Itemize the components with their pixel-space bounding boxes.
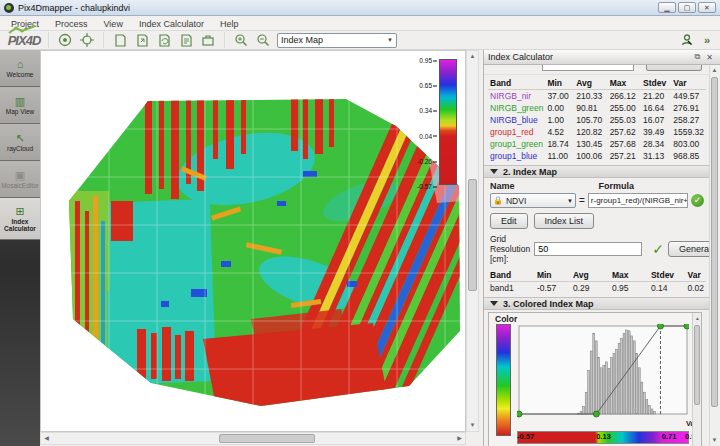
index-name-dropdown[interactable]: 🔒 NDVI ▼: [490, 193, 576, 208]
maximize-button[interactable]: ▢: [678, 2, 696, 13]
band-stat-value: 37.00: [545, 90, 574, 103]
color-gradient-bar: [496, 324, 511, 436]
formula-valid-icon: ✓: [691, 194, 704, 207]
clipped-input[interactable]: [542, 65, 634, 71]
legend-tick-label: -0.57: [417, 183, 437, 190]
section-index-map-title: 2. Index Map: [503, 167, 557, 177]
raycloud-icon: ↖: [15, 133, 24, 144]
report-icon[interactable]: [178, 32, 194, 48]
column-header-stdev: Stdev: [641, 77, 671, 90]
reprocess-icon[interactable]: [156, 32, 172, 48]
column-header-max: Max: [608, 77, 641, 90]
band-name: NIRGB_green: [488, 102, 545, 114]
vertical-scroll-thumb[interactable]: [468, 179, 477, 291]
table-row[interactable]: NIRGB_blue1.00105.70255.0316.07258.27: [488, 114, 706, 126]
band-name: NIRGB_blue: [488, 114, 545, 126]
column-header-max: Max: [610, 269, 649, 282]
scroll-up-icon[interactable]: ▲: [709, 65, 720, 76]
menu-item-view[interactable]: View: [97, 18, 130, 30]
grid-resolution-input[interactable]: [534, 242, 642, 256]
close-button[interactable]: ✕: [698, 2, 716, 13]
sidebar-item-welcome[interactable]: ⌂Welcome: [0, 50, 40, 87]
zoom-out-icon[interactable]: [255, 32, 271, 48]
horizontal-scroll-thumb[interactable]: [219, 434, 315, 443]
sidebar-item-label: Index Calculator: [0, 218, 40, 232]
sidebar-item-label: rayCloud: [7, 145, 33, 152]
band-stat-value: 100.06: [574, 150, 607, 162]
table-row[interactable]: group1_red4.52120.82257.6239.491559.32: [488, 126, 706, 138]
band-name: band1: [488, 282, 535, 295]
section-index-map[interactable]: 2. Index Map: [484, 165, 710, 178]
zoom-in-icon[interactable]: [233, 32, 249, 48]
band-stat-value: 11.00: [545, 150, 574, 162]
table-row[interactable]: group1_blue11.00100.06257.2131.13968.85: [488, 150, 706, 162]
band-stat-value: 255.03: [608, 114, 641, 126]
focus-extents-icon[interactable]: [79, 32, 95, 48]
equals-sign: =: [579, 195, 585, 206]
scroll-down-icon[interactable]: ▼: [709, 435, 720, 446]
float-panel-icon[interactable]: ⧉: [692, 52, 704, 62]
clipped-reflectance-row: [484, 65, 710, 75]
sidebar-item-index-calculator[interactable]: ⊞Index Calculator: [0, 198, 40, 240]
index-map-canvas[interactable]: 0.950.650.340.04-0.26-0.57: [40, 50, 466, 432]
map-horizontal-scrollbar[interactable]: ◀ ▶: [40, 432, 466, 445]
scroll-up-icon[interactable]: ▲: [693, 314, 702, 323]
band-stat-value: 257.62: [608, 126, 641, 138]
menu-item-index-calculator[interactable]: Index Calculator: [132, 18, 211, 30]
menu-item-process[interactable]: Process: [48, 18, 95, 30]
band-stat-value: 16.64: [641, 102, 671, 114]
logo-text: PIX4D: [8, 33, 41, 48]
colorbar-value-label: 0.13: [596, 432, 611, 441]
index-calculator-icon: ⊞: [15, 206, 24, 217]
band-stat-value: 257.68: [608, 138, 641, 150]
panel-scrollbar[interactable]: ▲ ▼: [709, 65, 720, 446]
band-stat-value: 0.02: [685, 282, 706, 295]
close-panel-icon[interactable]: ✕: [703, 53, 716, 62]
main-toolbar: PIX4D: [0, 31, 720, 50]
band-stat-value: 120.82: [574, 126, 607, 138]
open-project-icon[interactable]: [134, 32, 150, 48]
column-header-avg: Avg: [571, 269, 610, 282]
generate-index-button[interactable]: Generate: [668, 241, 710, 257]
toolbox-icon[interactable]: [200, 32, 216, 48]
scroll-down-icon[interactable]: ▼: [467, 420, 478, 431]
clipped-button[interactable]: [646, 65, 702, 71]
new-project-icon[interactable]: [112, 32, 128, 48]
map-vertical-scrollbar[interactable]: ▲ ▼: [466, 50, 479, 432]
legend-tick-label: 0.04: [419, 132, 437, 139]
edit-button[interactable]: Edit: [490, 213, 528, 229]
sidebar-item-map-view[interactable]: ▥Map View: [0, 87, 40, 124]
user-account-icon[interactable]: [680, 33, 694, 47]
histogram-plot[interactable]: [517, 324, 689, 424]
band-stat-value: 266.12: [608, 90, 641, 103]
minimize-button[interactable]: ▁: [658, 2, 676, 13]
map-color-scale: 0.950.650.340.04-0.26-0.57: [399, 57, 457, 189]
name-label: Name: [490, 181, 515, 191]
table-row[interactable]: group1_green18.74130.45257.6828.34803.00: [488, 138, 706, 150]
sidebar-item-raycloud[interactable]: ↖rayCloud: [0, 124, 40, 161]
index-list-button[interactable]: Index List: [534, 213, 595, 229]
formula-input[interactable]: r-group1_red)/(NIRGB_nir+group1_red): [588, 193, 688, 208]
view-select-dropdown[interactable]: Index Map ▼: [277, 33, 397, 48]
table-row[interactable]: band1-0.570.290.950.140.02: [488, 282, 706, 295]
scroll-right-icon[interactable]: ▶: [454, 433, 465, 444]
menu-item-help[interactable]: Help: [213, 18, 246, 30]
formula-text: r-group1_red)/(NIRGB_nir+group1_red): [591, 196, 688, 205]
section-colored-index-map[interactable]: 3. Colored Index Map: [484, 297, 710, 310]
band-stat-value: 39.49: [641, 126, 671, 138]
table-row[interactable]: NIRGB_nir37.00210.33266.1221.20449.57: [488, 90, 706, 103]
colored-map-scrollbar[interactable]: ▲ ▼: [692, 313, 701, 446]
table-row[interactable]: NIRGB_green0.0090.81255.0016.64276.91: [488, 102, 706, 114]
support-icon[interactable]: [57, 32, 73, 48]
scroll-left-icon[interactable]: ◀: [41, 433, 52, 444]
band-stat-value: 258.27: [671, 114, 706, 126]
toolbar-overflow-icon[interactable]: »: [704, 34, 710, 46]
sidebar-item-label: MosaicEditor: [1, 182, 39, 189]
panel-header: Index Calculator ⧉ ✕: [484, 50, 720, 65]
scroll-up-icon[interactable]: ▲: [467, 51, 478, 62]
column-header-band: Band: [488, 269, 535, 282]
panel-scroll-thumb[interactable]: [711, 77, 718, 407]
band-stat-value: 255.00: [608, 102, 641, 114]
left-sidebar: ⌂Welcome▥Map View↖rayCloud▣MosaicEditor⊞…: [0, 50, 40, 446]
scroll-thumb[interactable]: [694, 325, 700, 405]
